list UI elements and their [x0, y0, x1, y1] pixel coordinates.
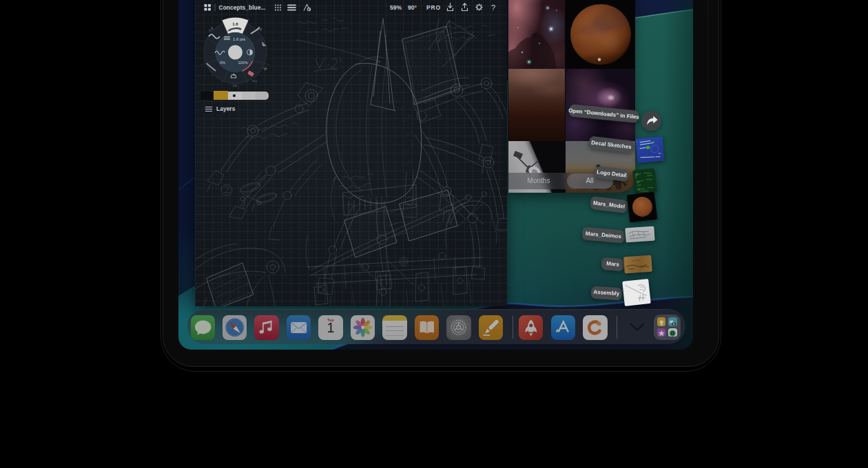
- svg-text:100%: 100%: [238, 61, 247, 65]
- svg-text:0%: 0%: [220, 61, 225, 65]
- svg-text:1.6: 1.6: [232, 22, 238, 26]
- svg-text:14.5: 14.5: [251, 78, 258, 83]
- svg-text:1.6 pts: 1.6 pts: [233, 37, 245, 41]
- svg-text:8.8: 8.8: [233, 84, 237, 87]
